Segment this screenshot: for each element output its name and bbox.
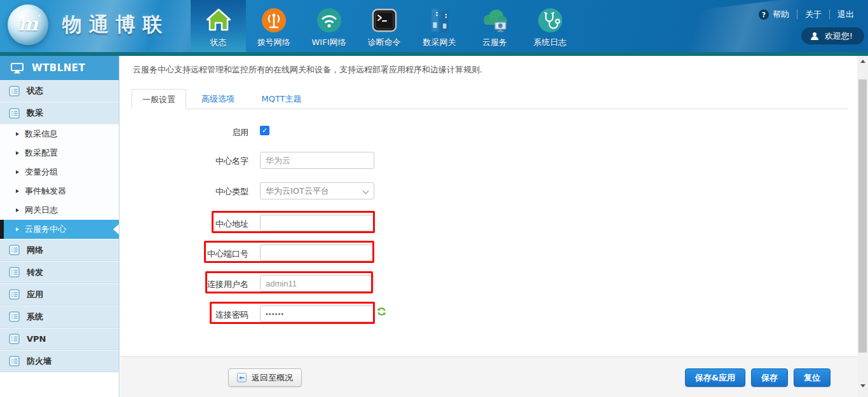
app-window: m ✦ ✦ 物通博联 状态 拨号网络 bbox=[0, 0, 868, 397]
user-icon bbox=[810, 32, 819, 41]
sidebar-item-data-collection[interactable]: 数采 bbox=[0, 102, 119, 124]
server-gateway-icon bbox=[427, 4, 452, 36]
sidebar-item-label: 防火墙 bbox=[27, 356, 51, 367]
home-icon bbox=[205, 4, 233, 36]
nav-label: WIFI网络 bbox=[312, 37, 346, 48]
sidebar-item-network[interactable]: 网络 bbox=[0, 239, 119, 261]
center-port-label: 中心端口号 bbox=[120, 248, 248, 260]
center-address-input[interactable] bbox=[260, 215, 374, 231]
nav-item-cloud-service[interactable]: 云服务 bbox=[467, 0, 522, 52]
list-icon bbox=[9, 356, 20, 367]
nav-label: 拨号网络 bbox=[257, 37, 290, 48]
sidebar-item-label: 数采 bbox=[27, 107, 43, 119]
question-mark-icon bbox=[759, 10, 769, 20]
sidebar-item-event-triggers[interactable]: 事件触发器 bbox=[0, 182, 119, 201]
sidebar-item-vpn[interactable]: VPN bbox=[0, 328, 119, 350]
vertical-scrollbar[interactable] bbox=[857, 56, 868, 397]
sidebar-submenu: 数采信息 数采配置 变量分组 事件触发器 网关日志 云服务中心 bbox=[0, 124, 119, 239]
sidebar-item-status[interactable]: 状态 bbox=[0, 80, 119, 102]
center-name-input[interactable] bbox=[260, 152, 374, 169]
main-content: 云服务中心支持远程管理和监控所有的在线网关和设备，支持远程部署应用程序和边缘计算… bbox=[120, 56, 857, 397]
help-link[interactable]: 帮助 bbox=[773, 9, 789, 20]
sidebar-item-forwarding[interactable]: 转发 bbox=[0, 261, 119, 283]
sparkle-icon: ✦ bbox=[37, 13, 41, 18]
nav-item-status[interactable]: 状态 bbox=[191, 0, 246, 52]
nav-item-dialup-network[interactable]: 拨号网络 bbox=[246, 0, 301, 52]
logout-link[interactable]: 退出 bbox=[837, 9, 854, 20]
tab-advanced-options[interactable]: 高级选项 bbox=[186, 89, 250, 109]
nav-label: 数采网关 bbox=[423, 37, 456, 48]
nav-item-system-logs[interactable]: 系统日志 bbox=[522, 0, 578, 52]
separator bbox=[797, 10, 797, 19]
monitor-icon bbox=[11, 63, 24, 74]
tab-mqtt-topics[interactable]: MQTT主题 bbox=[250, 89, 313, 109]
tab-general-settings[interactable]: 一般设置 bbox=[132, 89, 186, 109]
triangle-right-icon bbox=[16, 132, 19, 136]
triangle-right-icon bbox=[16, 189, 19, 193]
save-button[interactable]: 保存 bbox=[751, 368, 788, 387]
reset-button[interactable]: 复位 bbox=[794, 368, 831, 387]
username-label: 连接用户名 bbox=[120, 279, 248, 290]
about-link[interactable]: 关于 bbox=[805, 9, 822, 20]
list-icon bbox=[9, 289, 20, 300]
save-and-apply-button[interactable]: 保存&应用 bbox=[685, 368, 745, 387]
sidebar-item-data-config[interactable]: 数采配置 bbox=[0, 144, 119, 163]
nav-label: 诊断命令 bbox=[368, 37, 401, 48]
nav-item-diagnostic-commands[interactable]: 诊断命令 bbox=[356, 0, 412, 52]
back-to-overview-button[interactable]: 返回至概况 bbox=[228, 368, 302, 387]
sidebar-subitem-label: 变量分组 bbox=[25, 166, 58, 178]
cloud-monitor-icon bbox=[480, 4, 510, 36]
sidebar-item-applications[interactable]: 应用 bbox=[0, 283, 119, 306]
enable-label: 启用 bbox=[120, 127, 248, 138]
refresh-password-icon[interactable] bbox=[377, 307, 386, 319]
sidebar-item-label: 应用 bbox=[27, 289, 43, 300]
scrollbar-thumb[interactable] bbox=[858, 79, 867, 353]
sidebar-brand-label: WTBLNET bbox=[32, 62, 85, 74]
sidebar-item-variable-groups[interactable]: 变量分组 bbox=[0, 163, 119, 182]
list-icon bbox=[9, 245, 20, 255]
list-icon bbox=[9, 333, 20, 344]
list-icon bbox=[9, 86, 20, 97]
sidebar-item-firewall[interactable]: 防火墙 bbox=[0, 350, 119, 372]
sidebar-item-data-info[interactable]: 数采信息 bbox=[0, 124, 119, 144]
logo-sphere-icon: m ✦ ✦ bbox=[8, 4, 48, 45]
nav-label: 云服务 bbox=[482, 37, 507, 48]
page-description: 云服务中心支持远程管理和监控所有的在线网关和设备，支持远程部署应用程序和边缘计算… bbox=[133, 64, 482, 76]
center-type-select[interactable]: 华为云IOT云平台 bbox=[260, 182, 374, 199]
center-address-label: 中心地址 bbox=[120, 219, 248, 230]
center-name-label: 中心名字 bbox=[120, 156, 248, 167]
wifi-icon bbox=[316, 4, 342, 36]
center-type-label: 中心类型 bbox=[120, 186, 248, 198]
scroll-down-arrow[interactable] bbox=[857, 384, 868, 392]
username-input[interactable] bbox=[260, 275, 374, 292]
sparkle-icon: ✦ bbox=[24, 8, 29, 14]
triangle-right-icon bbox=[16, 170, 19, 174]
terminal-icon bbox=[372, 4, 397, 36]
enable-checkbox[interactable] bbox=[260, 126, 269, 135]
center-port-input[interactable] bbox=[260, 245, 374, 261]
sidebar: WTBLNET 状态 数采 数采信息 数采配置 变量分组 bbox=[0, 56, 119, 397]
back-arrow-icon bbox=[237, 373, 247, 382]
sidebar-subitem-label: 云服务中心 bbox=[25, 224, 66, 235]
nav-item-wifi-network[interactable]: WIFI网络 bbox=[301, 0, 356, 52]
nav-label: 状态 bbox=[210, 37, 227, 48]
sidebar-subitem-label: 数采信息 bbox=[25, 128, 58, 140]
sidebar-item-system[interactable]: 系统 bbox=[0, 306, 119, 328]
nav-item-data-gateway[interactable]: 数采网关 bbox=[412, 0, 467, 52]
nav-label: 系统日志 bbox=[534, 37, 567, 48]
top-navigation: 状态 拨号网络 WIFI网络 诊断命令 bbox=[191, 0, 578, 52]
sidebar-subitem-label: 数采配置 bbox=[25, 147, 58, 159]
triangle-right-icon bbox=[16, 151, 19, 155]
password-input[interactable] bbox=[260, 306, 374, 322]
sidebar-subitem-label: 网关日志 bbox=[25, 205, 58, 216]
sidebar-item-cloud-service-center[interactable]: 云服务中心 bbox=[0, 220, 119, 239]
tab-bar: 一般设置 高级选项 MQTT主题 bbox=[132, 89, 313, 109]
antenna-icon bbox=[261, 4, 287, 36]
chevron-down-icon bbox=[363, 188, 369, 194]
sidebar-subitem-label: 事件触发器 bbox=[25, 185, 66, 197]
welcome-text: 欢迎您! bbox=[825, 30, 853, 42]
triangle-right-icon bbox=[16, 208, 19, 212]
list-icon bbox=[9, 267, 20, 278]
scroll-up-arrow[interactable] bbox=[857, 60, 868, 67]
sidebar-item-gateway-logs[interactable]: 网关日志 bbox=[0, 201, 119, 220]
